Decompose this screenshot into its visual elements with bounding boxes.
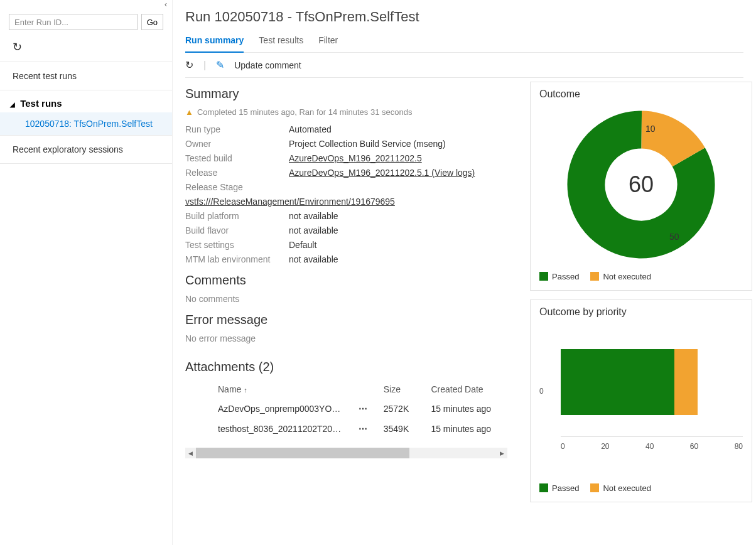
value-mtm-lab: not available bbox=[289, 254, 520, 264]
error-heading: Error message bbox=[185, 313, 520, 327]
comments-heading: Comments bbox=[185, 273, 520, 288]
outcome-donut-chart: 60 10 50 bbox=[563, 106, 720, 263]
sidebar-recent-exploratory-sessions[interactable]: Recent exploratory sessions bbox=[0, 136, 172, 163]
attachment-name: AzDevOps_onpremp0003YO… bbox=[185, 399, 354, 419]
attachment-more-icon[interactable]: ⋯ bbox=[354, 399, 379, 419]
comments-value: No comments bbox=[185, 294, 520, 304]
priority-bar-chart: 0 0 20 40 60 bbox=[539, 324, 743, 475]
label-test-settings: Test settings bbox=[185, 240, 289, 250]
legend-passed: Passed bbox=[539, 272, 579, 281]
value-build-flavor: not available bbox=[289, 225, 520, 235]
update-comment-button[interactable]: Update comment bbox=[234, 60, 301, 70]
label-build-platform: Build platform bbox=[185, 211, 289, 221]
attachment-row[interactable]: AzDevOps_onpremp0003YO… ⋯ 2572K 15 minut… bbox=[185, 399, 520, 419]
value-owner: Project Collection Build Service (mseng) bbox=[289, 139, 520, 149]
refresh-icon[interactable]: ↻ bbox=[185, 59, 193, 71]
link-release-stage[interactable]: vstfs:///ReleaseManagement/Environment/1… bbox=[185, 197, 395, 207]
scroll-right-icon[interactable]: ▶ bbox=[497, 448, 507, 458]
outcome-card: Outcome 60 10 50 Passed Not executed bbox=[530, 82, 752, 291]
outcome-passed-label: 50 bbox=[669, 232, 679, 242]
label-owner: Owner bbox=[185, 139, 289, 149]
scroll-left-icon[interactable]: ◀ bbox=[185, 448, 196, 458]
sidebar-run-item[interactable]: 102050718: TfsOnPrem.SelfTest bbox=[0, 112, 172, 135]
link-release[interactable]: AzureDevOps_M196_20211202.5.1 (View logs… bbox=[289, 168, 475, 178]
charts-pane: Outcome 60 10 50 Passed Not executed bbox=[530, 78, 756, 545]
col-name[interactable]: Name ↑ bbox=[185, 380, 354, 399]
priority-bar-row bbox=[561, 349, 743, 415]
summary-heading: Summary bbox=[185, 87, 520, 101]
toolbar-separator: | bbox=[203, 60, 206, 71]
attachment-created: 15 minutes ago bbox=[426, 399, 520, 419]
sidebar-recent-test-runs[interactable]: Recent test runs bbox=[0, 62, 172, 90]
outcome-legend: Passed Not executed bbox=[539, 272, 743, 281]
run-status-line: ▲ Completed 15 minutes ago, Ran for 14 m… bbox=[185, 107, 520, 117]
tab-filter[interactable]: Filter bbox=[318, 35, 338, 52]
attachments-table: Name ↑ Size Created Date AzDevOps_onprem… bbox=[185, 380, 520, 439]
error-value: No error message bbox=[185, 333, 520, 343]
sidebar-test-runs-header[interactable]: ◢ Test runs bbox=[0, 90, 172, 112]
legend-passed: Passed bbox=[539, 483, 579, 493]
attachment-created: 15 minutes ago bbox=[426, 419, 520, 439]
label-build-flavor: Build flavor bbox=[185, 225, 289, 235]
warning-icon: ▲ bbox=[185, 107, 193, 117]
label-release: Release bbox=[185, 168, 289, 178]
label-run-type: Run type bbox=[185, 124, 289, 134]
bar-passed bbox=[561, 349, 674, 415]
col-size[interactable]: Size bbox=[379, 380, 426, 399]
run-id-go-button[interactable]: Go bbox=[141, 14, 163, 30]
legend-not-executed: Not executed bbox=[590, 272, 651, 281]
summary-fields: Run type Automated Owner Project Collect… bbox=[185, 124, 520, 264]
priority-y-tick: 0 bbox=[539, 387, 544, 396]
outcome-not-executed-label: 10 bbox=[645, 124, 656, 134]
pencil-icon[interactable]: ✎ bbox=[216, 59, 224, 71]
attachment-more-icon[interactable]: ⋯ bbox=[354, 419, 379, 439]
tab-bar: Run summary Test results Filter bbox=[185, 35, 743, 53]
horizontal-scrollbar[interactable]: ◀ ▶ bbox=[185, 448, 507, 458]
run-status-text: Completed 15 minutes ago, Ran for 14 min… bbox=[197, 107, 413, 117]
outcome-total: 60 bbox=[629, 171, 654, 198]
tree-expand-icon: ◢ bbox=[10, 101, 15, 108]
run-id-search-input[interactable] bbox=[9, 14, 138, 30]
col-created[interactable]: Created Date bbox=[426, 380, 520, 399]
sidebar: ‹ Go ↻ Recent test runs ◢ Test runs 1020… bbox=[0, 0, 173, 545]
tab-run-summary[interactable]: Run summary bbox=[185, 35, 244, 53]
sidebar-test-runs-label: Test runs bbox=[20, 98, 62, 109]
label-release-stage: Release Stage bbox=[185, 182, 289, 192]
sort-ascending-icon: ↑ bbox=[244, 386, 247, 394]
bar-not-executed bbox=[674, 349, 697, 415]
attachments-heading: Attachments (2) bbox=[185, 360, 520, 374]
scroll-thumb[interactable] bbox=[196, 448, 409, 458]
value-build-platform: not available bbox=[289, 211, 520, 221]
legend-not-executed: Not executed bbox=[590, 483, 651, 493]
link-tested-build[interactable]: AzureDevOps_M196_20211202.5 bbox=[289, 153, 422, 163]
sidebar-collapse-toggle[interactable]: ‹ bbox=[0, 0, 172, 9]
attachment-row[interactable]: testhost_8036_20211202T20… ⋯ 3549K 15 mi… bbox=[185, 419, 520, 439]
toolbar: ↻ | ✎ Update comment bbox=[185, 53, 743, 78]
label-mtm-lab: MTM lab environment bbox=[185, 254, 289, 264]
outcome-heading: Outcome bbox=[539, 89, 743, 100]
summary-pane: Summary ▲ Completed 15 minutes ago, Ran … bbox=[185, 78, 530, 545]
priority-legend: Passed Not executed bbox=[539, 483, 743, 493]
priority-x-axis: 0 20 40 60 80 bbox=[561, 442, 743, 451]
value-run-type: Automated bbox=[289, 124, 520, 134]
main-panel: Run 102050718 - TfsOnPrem.SelfTest Run s… bbox=[173, 0, 756, 545]
attachment-size: 2572K bbox=[379, 399, 426, 419]
tab-test-results[interactable]: Test results bbox=[259, 35, 303, 52]
attachment-size: 3549K bbox=[379, 419, 426, 439]
outcome-by-priority-card: Outcome by priority 0 0 20 bbox=[530, 299, 752, 502]
attachment-name: testhost_8036_20211202T20… bbox=[185, 419, 354, 439]
label-tested-build: Tested build bbox=[185, 153, 289, 163]
sidebar-refresh-icon[interactable]: ↻ bbox=[0, 34, 172, 62]
page-title: Run 102050718 - TfsOnPrem.SelfTest bbox=[185, 9, 756, 25]
priority-heading: Outcome by priority bbox=[539, 306, 743, 318]
value-test-settings: Default bbox=[289, 240, 520, 250]
